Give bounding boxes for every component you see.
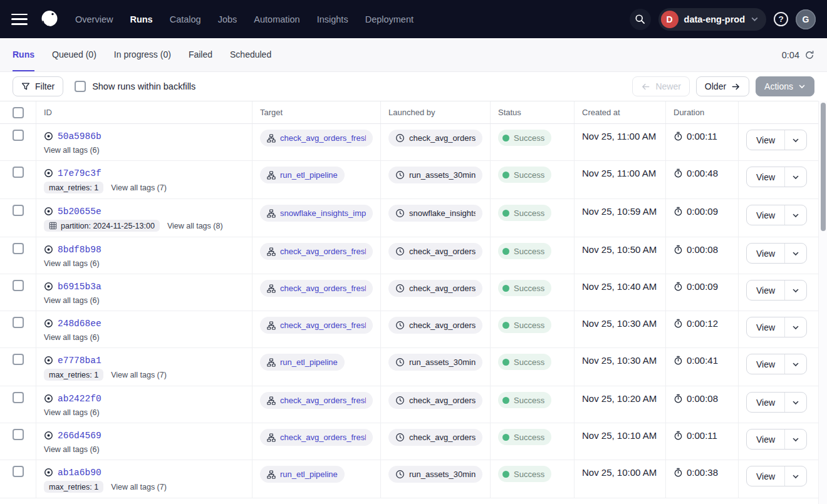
nav-item-insights[interactable]: Insights [317, 14, 348, 24]
view-all-tags-link[interactable]: View all tags (7) [111, 483, 167, 491]
launched-by-pill[interactable]: run_assets_30min [388, 466, 482, 483]
row-checkbox[interactable] [13, 354, 24, 365]
launched-by-pill[interactable]: run_assets_30min [388, 354, 482, 371]
launched-by-pill[interactable]: check_avg_orders_f… [388, 130, 482, 147]
select-all-checkbox[interactable] [13, 107, 24, 118]
launched-by-pill[interactable]: check_avg_orders_f… [388, 317, 482, 334]
row-checkbox[interactable] [13, 317, 24, 328]
nav-item-overview[interactable]: Overview [75, 14, 113, 24]
launched-by-pill[interactable]: check_avg_orders_f… [388, 280, 482, 297]
nav-item-automation[interactable]: Automation [254, 14, 299, 24]
row-checkbox[interactable] [13, 466, 24, 477]
nav-item-jobs[interactable]: Jobs [218, 14, 237, 24]
search-icon[interactable] [630, 9, 651, 30]
view-all-tags-link[interactable]: View all tags (6) [44, 445, 100, 454]
view-all-tags-link[interactable]: View all tags (7) [111, 183, 167, 192]
row-checkbox[interactable] [13, 243, 24, 254]
view-all-tags-link[interactable]: View all tags (6) [44, 259, 100, 268]
filter-button[interactable]: Filter [13, 76, 63, 96]
view-button[interactable]: View [747, 130, 784, 150]
view-button[interactable]: View [747, 280, 784, 300]
view-button[interactable]: View [747, 393, 784, 412]
view-dropdown-chevron-icon[interactable] [784, 429, 806, 449]
view-dropdown-chevron-icon[interactable] [784, 466, 806, 486]
run-id-link[interactable]: 17e79c3f [58, 168, 101, 178]
tab-failed[interactable]: Failed [189, 38, 212, 71]
view-button[interactable]: View [747, 167, 784, 187]
view-button[interactable]: View [747, 205, 784, 225]
view-button[interactable]: View [747, 354, 784, 374]
older-button[interactable]: Older [696, 76, 749, 96]
help-icon[interactable]: ? [774, 12, 788, 26]
run-tag[interactable]: max_retries: 1 [44, 182, 103, 193]
deployment-switcher[interactable]: D data-eng-prod [658, 8, 766, 31]
view-all-tags-link[interactable]: View all tags (8) [167, 222, 223, 230]
run-tag[interactable]: max_retries: 1 [44, 369, 103, 381]
view-dropdown-chevron-icon[interactable] [784, 317, 806, 337]
scrollbar-thumb[interactable] [821, 103, 826, 231]
backfills-checkbox[interactable] [75, 81, 86, 92]
nav-item-runs[interactable]: Runs [130, 14, 152, 24]
nav-item-catalog[interactable]: Catalog [170, 14, 201, 24]
row-checkbox[interactable] [13, 429, 24, 440]
view-all-tags-link[interactable]: View all tags (6) [44, 333, 100, 342]
view-dropdown-chevron-icon[interactable] [784, 354, 806, 374]
newer-button[interactable]: Newer [632, 76, 689, 96]
hamburger-menu-icon[interactable] [11, 14, 28, 25]
target-pill[interactable]: snowflake_insights_import [260, 205, 373, 222]
target-pill[interactable]: check_avg_orders_freshne [260, 429, 373, 446]
run-id-link[interactable]: ab2422f0 [58, 394, 101, 404]
launched-by-pill[interactable]: check_avg_orders_f… [388, 392, 482, 409]
run-tag[interactable]: partition: 2024-11-25-13:00 [44, 220, 160, 232]
view-all-tags-link[interactable]: View all tags (6) [44, 146, 100, 155]
scrollbar-track[interactable] [818, 101, 827, 504]
actions-button[interactable]: Actions [756, 76, 814, 96]
row-checkbox[interactable] [13, 392, 24, 403]
dagster-logo-icon[interactable] [38, 8, 61, 31]
run-id-link[interactable]: 50a5986b [58, 131, 101, 141]
view-all-tags-link[interactable]: View all tags (6) [44, 296, 100, 305]
run-id-link[interactable]: ab1a6b90 [58, 468, 101, 478]
view-dropdown-chevron-icon[interactable] [784, 205, 806, 225]
view-dropdown-chevron-icon[interactable] [784, 393, 806, 412]
target-pill[interactable]: check_avg_orders_freshne [260, 130, 373, 147]
view-dropdown-chevron-icon[interactable] [784, 167, 806, 187]
tab-in-progress-0[interactable]: In progress (0) [114, 38, 171, 71]
tab-runs[interactable]: Runs [13, 38, 34, 71]
launched-by-pill[interactable]: check_avg_orders_f… [388, 243, 482, 260]
target-pill[interactable]: run_etl_pipeline [260, 466, 345, 483]
view-button[interactable]: View [747, 429, 784, 449]
run-id-link[interactable]: 8bdf8b98 [58, 245, 101, 255]
view-button[interactable]: View [747, 317, 784, 337]
target-pill[interactable]: check_avg_orders_freshne [260, 243, 373, 260]
view-button[interactable]: View [747, 244, 784, 263]
run-id-link[interactable]: 266d4569 [58, 431, 101, 441]
launched-by-pill[interactable]: run_assets_30min [388, 167, 482, 183]
target-pill[interactable]: check_avg_orders_freshne [260, 280, 373, 297]
view-button[interactable]: View [747, 466, 784, 486]
user-avatar[interactable]: G [796, 9, 816, 29]
row-checkbox[interactable] [13, 205, 24, 216]
run-id-link[interactable]: e7778ba1 [58, 356, 101, 366]
view-dropdown-chevron-icon[interactable] [784, 244, 806, 263]
view-all-tags-link[interactable]: View all tags (6) [44, 408, 100, 417]
run-tag[interactable]: max_retries: 1 [44, 481, 103, 493]
nav-item-deployment[interactable]: Deployment [365, 14, 413, 24]
row-checkbox[interactable] [13, 167, 24, 178]
run-id-link[interactable]: b6915b3a [58, 282, 101, 292]
target-pill[interactable]: run_etl_pipeline [260, 354, 345, 371]
target-pill[interactable]: check_avg_orders_freshne [260, 392, 373, 409]
view-dropdown-chevron-icon[interactable] [784, 280, 806, 300]
refresh-icon[interactable] [804, 50, 814, 60]
target-pill[interactable]: check_avg_orders_freshne [260, 317, 373, 334]
row-checkbox[interactable] [13, 130, 24, 141]
tab-queued-0[interactable]: Queued (0) [52, 38, 96, 71]
tab-scheduled[interactable]: Scheduled [230, 38, 271, 71]
view-dropdown-chevron-icon[interactable] [784, 130, 806, 150]
launched-by-pill[interactable]: snowflake_insights_… [388, 205, 482, 222]
launched-by-pill[interactable]: check_avg_orders_f… [388, 429, 482, 446]
row-checkbox[interactable] [13, 280, 24, 291]
run-id-link[interactable]: 248d68ee [58, 319, 101, 329]
target-pill[interactable]: run_etl_pipeline [260, 167, 345, 183]
run-id-link[interactable]: 5b20655e [58, 207, 101, 217]
